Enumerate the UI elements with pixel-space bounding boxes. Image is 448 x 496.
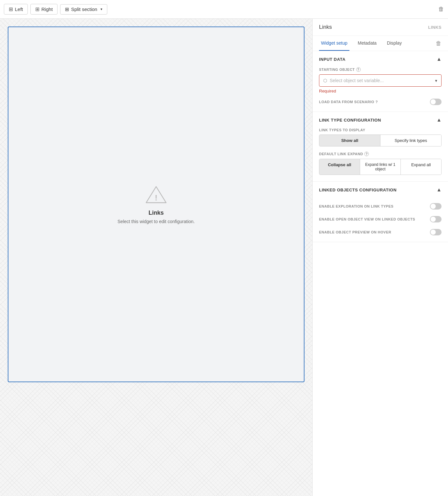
select-input-inner: ⬡ Select object set variable... [323, 78, 384, 83]
input-data-title: INPUT DATA [319, 57, 346, 62]
input-data-body: STARTING OBJECT ? ⬡ Select object set va… [313, 67, 448, 112]
toolbar: ⊞ Left ⊞ Right ⊞ Split section ▾ 🗑 [0, 0, 448, 19]
left-add-icon: ⊞ [9, 6, 13, 12]
panel-title-badge: LINKS [428, 25, 442, 30]
default-expand-help-icon[interactable]: ? [364, 152, 369, 156]
right-button[interactable]: ⊞ Right [30, 4, 58, 15]
tab-delete-icon[interactable]: 🗑 [436, 40, 442, 47]
show-all-button[interactable]: Show all [319, 135, 380, 146]
starting-object-placeholder: Select object set variable... [330, 78, 384, 83]
linked-objects-header[interactable]: LINKED OBJECTS CONFIGURATION ▲ [313, 182, 448, 198]
widget-inner: ! Links Select this widget to edit confi… [118, 185, 195, 224]
split-icon: ⊞ [65, 6, 69, 12]
input-data-header[interactable]: INPUT DATA ▲ [313, 51, 448, 67]
link-types-button-group: Show all Specify link types [319, 135, 442, 146]
svg-text:!: ! [155, 193, 157, 202]
widget-title: Links [148, 210, 164, 216]
enable-preview-toggle[interactable] [430, 229, 442, 235]
input-data-section: INPUT DATA ▲ STARTING OBJECT ? ⬡ Select … [313, 51, 448, 112]
starting-object-select[interactable]: ⬡ Select object set variable... ▾ [319, 74, 442, 87]
canvas-area: ! Links Select this widget to edit confi… [0, 19, 312, 496]
enable-exploration-toggle[interactable] [430, 203, 442, 210]
toolbar-delete-icon[interactable]: 🗑 [438, 6, 444, 13]
widget-subtitle: Select this widget to edit configuration… [118, 219, 195, 224]
split-button-label: Split section [71, 6, 97, 12]
select-chevron-icon: ▾ [435, 78, 437, 83]
panel-title: Links [319, 24, 332, 30]
linked-objects-body: ENABLE EXPLORATION ON LINK TYPES ENABLE … [313, 203, 448, 242]
collapse-all-button[interactable]: Collapse all [319, 159, 360, 175]
load-scenario-row: LOAD DATA FROM SCENARIO ? [319, 99, 442, 105]
right-panel: Links LINKS Widget setup Metadata Displa… [312, 19, 448, 496]
load-scenario-help-icon[interactable]: ? [376, 100, 378, 104]
right-add-icon: ⊞ [35, 6, 39, 12]
specify-link-types-button[interactable]: Specify link types [380, 135, 441, 146]
link-type-body: LINK TYPES TO DISPLAY Show all Specify l… [313, 128, 448, 181]
enable-open-toggle[interactable] [430, 216, 442, 222]
link-type-section: LINK TYPE CONFIGURATION ▲ LINK TYPES TO … [313, 112, 448, 182]
tab-display[interactable]: Display [385, 36, 404, 51]
link-types-label: LINK TYPES TO DISPLAY [319, 128, 442, 132]
link-type-title: LINK TYPE CONFIGURATION [319, 118, 381, 123]
enable-exploration-row: ENABLE EXPLORATION ON LINK TYPES [319, 203, 442, 210]
default-expand-button-group: Collapse all Expand links w/ 1 object Ex… [319, 159, 442, 175]
split-chevron-icon: ▾ [101, 7, 102, 11]
left-button[interactable]: ⊞ Left [4, 4, 28, 15]
linked-objects-title: LINKED OBJECTS CONFIGURATION [319, 188, 397, 192]
input-data-collapse-icon: ▲ [436, 56, 442, 62]
linked-objects-collapse-icon: ▲ [436, 187, 442, 193]
db-icon: ⬡ [323, 78, 327, 83]
enable-open-row: ENABLE OPEN OBJECT VIEW ON LINKED OBJECT… [319, 216, 442, 222]
tab-widget-setup[interactable]: Widget setup [319, 36, 349, 51]
link-type-collapse-icon: ▲ [436, 117, 442, 123]
tabs-bar: Widget setup Metadata Display 🗑 [313, 36, 448, 51]
enable-exploration-label: ENABLE EXPLORATION ON LINK TYPES [319, 204, 393, 208]
left-button-label: Left [15, 6, 23, 12]
enable-preview-label: ENABLE OBJECT PREVIEW ON HOVER [319, 230, 391, 234]
split-section-button[interactable]: ⊞ Split section ▾ [60, 4, 107, 15]
expand-all-button[interactable]: Expand all [401, 159, 441, 175]
starting-object-help-icon[interactable]: ? [356, 67, 361, 72]
link-type-header[interactable]: LINK TYPE CONFIGURATION ▲ [313, 112, 448, 128]
enable-open-label: ENABLE OPEN OBJECT VIEW ON LINKED OBJECT… [319, 217, 415, 221]
tab-metadata[interactable]: Metadata [356, 36, 379, 51]
required-text: Required [319, 89, 442, 93]
load-scenario-label: LOAD DATA FROM SCENARIO ? [319, 100, 378, 104]
starting-object-label: STARTING OBJECT ? [319, 67, 442, 72]
load-scenario-toggle[interactable] [430, 99, 442, 105]
enable-preview-row: ENABLE OBJECT PREVIEW ON HOVER [319, 229, 442, 235]
widget-container[interactable]: ! Links Select this widget to edit confi… [8, 27, 304, 382]
main-layout: ! Links Select this widget to edit confi… [0, 19, 448, 496]
warning-icon: ! [145, 185, 167, 204]
right-button-label: Right [41, 6, 53, 12]
panel-header: Links LINKS [313, 19, 448, 36]
linked-objects-section: LINKED OBJECTS CONFIGURATION ▲ ENABLE EX… [313, 182, 448, 242]
expand-links-button[interactable]: Expand links w/ 1 object [360, 159, 401, 175]
default-expand-label: DEFAULT LINK EXPAND ? [319, 152, 442, 156]
